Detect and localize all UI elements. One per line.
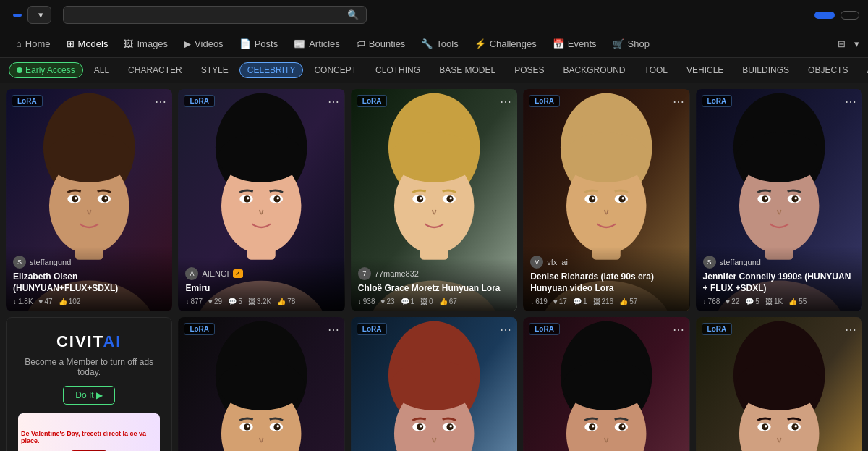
ad-do-it-button[interactable]: Do It ▶ (63, 386, 115, 405)
models-icon: ⊞ (67, 38, 75, 49)
author-name: steffangund (720, 258, 761, 266)
card-menu-button[interactable]: ⋯ (845, 95, 856, 109)
card-menu-button[interactable]: ⋯ (155, 95, 166, 109)
nav-item-events[interactable]: 📅Events (545, 35, 604, 52)
svg-point-9 (75, 197, 77, 199)
svg-point-40 (563, 132, 650, 182)
card-menu-button[interactable]: ⋯ (673, 95, 684, 109)
filter-tag-objects[interactable]: OBJECTS (800, 62, 856, 78)
image-count: 3.2K (257, 298, 272, 305)
filter-tag-vehicle[interactable]: VEHICLE (678, 62, 731, 78)
sign-in-button[interactable] (841, 11, 859, 20)
svg-point-28 (391, 132, 477, 182)
rating-count: 57 (629, 298, 637, 305)
like-stat: ♥23 (380, 298, 394, 305)
create-button[interactable] (814, 12, 835, 19)
nav-item-home[interactable]: ⌂Home (9, 35, 58, 52)
filter-tag-poses[interactable]: POSES (506, 62, 552, 78)
like-icon: ♥ (553, 298, 558, 305)
model-card-card-2[interactable]: LoRA ⋯ A AIENGI ✓ Emiru ↓877 ♥29 💬5 🖼3.2… (178, 89, 344, 311)
home-icon: ⌂ (16, 38, 22, 49)
svg-point-58 (794, 197, 796, 199)
svg-point-64 (218, 361, 305, 410)
model-card-card-7[interactable]: LoRA ⋯ A AIENGI ✓ Amouranth (351, 317, 517, 451)
nav-label-images: Images (137, 38, 168, 49)
model-card-card-3[interactable]: LoRA ⋯ 7 77mame832 Chloë Grace Moretz Hu… (351, 89, 517, 311)
nav-label-bounties: Bounties (369, 38, 406, 49)
author-name: vfx_ai (547, 258, 568, 266)
card-author-card-1: S steffangund (13, 256, 165, 269)
model-card-card-8[interactable]: LoRA ⋯ 7 77mame832 Wonder Woman (Gal Gad… (523, 317, 689, 451)
card-menu-button[interactable]: ⋯ (328, 323, 339, 337)
download-icon: ↓ (703, 298, 707, 305)
filter-tag-early-access[interactable]: Early Access (9, 62, 83, 78)
card-menu-button[interactable]: ⋯ (845, 323, 856, 337)
model-card-card-1[interactable]: LoRA ⋯ S steffangund Elizabeth Olsen (HU… (6, 89, 172, 311)
nav-item-posts[interactable]: 📄Posts (232, 35, 286, 52)
image-count: 216 (602, 298, 614, 305)
card-author-card-4: V vfx_ai (530, 256, 682, 269)
thumbs-up-icon: 👍 (439, 298, 448, 305)
nav-item-challenges[interactable]: ⚡Challenges (467, 35, 544, 52)
image-icon: 🖼 (248, 298, 255, 305)
card-lora-badge: LoRA (357, 323, 388, 335)
sort-filter[interactable]: ⊟ ▾ (838, 38, 859, 49)
like-count: 29 (214, 298, 222, 305)
filter-tag-all[interactable]: ALL (86, 62, 117, 78)
card-lora-badge: LoRA (702, 323, 733, 335)
tag-label-objects: OBJECTS (808, 65, 848, 75)
nav-item-bounties[interactable]: 🏷Bounties (349, 35, 413, 52)
card-menu-button[interactable]: ⋯ (673, 323, 684, 337)
model-select-dropdown[interactable]: ▾ (27, 6, 51, 24)
thumbs-up-icon: 👍 (788, 298, 797, 305)
comment-count: 5 (755, 298, 760, 305)
filter-tag-tool[interactable]: TOOL (637, 62, 676, 78)
ad-logo: CIVITAI (56, 332, 122, 351)
filter-tag-background[interactable]: BACKGROUND (556, 62, 634, 78)
nav-item-articles[interactable]: 📰Articles (286, 35, 347, 52)
bounties-icon: 🏷 (356, 38, 365, 49)
filter-tag-animal[interactable]: ANIMAL (859, 62, 868, 78)
filter-tag-style[interactable]: STYLE (193, 62, 237, 78)
card-menu-button[interactable]: ⋯ (500, 95, 511, 109)
search-icon[interactable]: 🔍 (347, 9, 359, 20)
model-card-card-6[interactable]: LoRA ⋯ A AIENGI ✓ Pokimane (178, 317, 344, 451)
nav-item-videos[interactable]: ▶Videos (176, 35, 231, 52)
nav-label-articles: Articles (309, 38, 340, 49)
download-icon: ↓ (358, 298, 362, 305)
download-icon: ↓ (13, 298, 17, 305)
tag-label-clothing: CLOTHING (375, 65, 420, 75)
card-bottom-card-4: V vfx_ai Denise Richards (late 90s era) … (523, 247, 689, 311)
model-card-card-9[interactable]: LoRA ⋯ V vfx_ai Natalie Portman Hunyuan (696, 317, 862, 451)
filter-tag-clothing[interactable]: CLOTHING (367, 62, 428, 78)
image-stat: 🖼1K (765, 298, 783, 305)
author-name: 77mame832 (375, 269, 419, 278)
image-count: 0 (429, 298, 433, 305)
image-icon: 🖼 (420, 298, 427, 305)
card-menu-button[interactable]: ⋯ (328, 95, 339, 109)
card-menu-button[interactable]: ⋯ (500, 323, 511, 337)
card-lora-badge: LoRA (12, 95, 43, 107)
filter-tag-character[interactable]: CHARACTER (120, 62, 190, 78)
svg-point-82 (449, 425, 451, 427)
model-card-card-5[interactable]: LoRA ⋯ S steffangund Jennifer Connelly 1… (696, 89, 862, 311)
filter-tag-base-model[interactable]: BASE MODEL (431, 62, 503, 78)
svg-point-33 (420, 197, 422, 199)
model-card-card-4[interactable]: LoRA ⋯ V vfx_ai Denise Richards (late 90… (523, 89, 689, 311)
nav-item-shop[interactable]: 🛒Shop (605, 35, 657, 52)
nav-item-models[interactable]: ⊞Models (59, 35, 116, 52)
sort-chevron-icon: ▾ (854, 38, 859, 49)
images-icon: 🖼 (124, 38, 133, 49)
nav-item-tools[interactable]: 🔧Tools (414, 35, 465, 52)
like-stat: ♥29 (208, 298, 222, 305)
download-stat: ↓768 (703, 298, 720, 305)
verified-badge: ✓ (233, 269, 243, 278)
logo[interactable] (9, 14, 22, 17)
filter-tag-concept[interactable]: CONCEPT (306, 62, 365, 78)
filter-tag-celebrity[interactable]: CELEBRITY (239, 62, 304, 78)
card-lora-badge: LoRA (529, 95, 560, 107)
rating-stat: 👍55 (788, 298, 807, 305)
filter-tag-buildings[interactable]: BUILDINGS (734, 62, 797, 78)
nav-item-images[interactable]: 🖼Images (116, 35, 175, 52)
search-input[interactable] (71, 9, 333, 20)
